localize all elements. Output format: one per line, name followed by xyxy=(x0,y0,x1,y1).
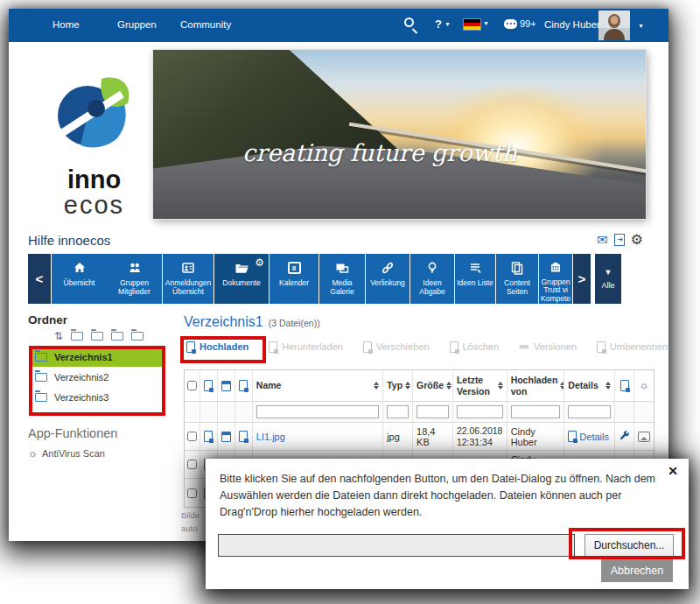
nav-community[interactable]: Community xyxy=(180,19,231,30)
help-menu[interactable]: ?▼ xyxy=(435,18,451,31)
file-name-link[interactable]: LI1.jpg xyxy=(256,432,285,442)
cancel-button[interactable]: Abbrechen xyxy=(601,558,673,582)
filter-input-uploader[interactable] xyxy=(511,405,561,418)
wrench-icon[interactable] xyxy=(619,430,630,443)
sort-icon[interactable] xyxy=(405,382,410,390)
avatar[interactable] xyxy=(598,11,630,40)
column-header-typ[interactable]: Typ xyxy=(383,370,413,401)
upload-dialog: ✕ Bitte klicken Sie auf den nachfolgende… xyxy=(206,459,689,589)
ribbon-next-button[interactable]: > xyxy=(573,254,591,304)
image-preview-icon[interactable] xyxy=(638,432,650,442)
permissions-column-icon xyxy=(620,380,629,391)
details-file-icon xyxy=(568,431,577,442)
filter-input-typ[interactable] xyxy=(387,405,409,418)
calendar-column-icon xyxy=(221,381,231,391)
browse-button[interactable]: Durchsuchen... xyxy=(584,534,674,557)
ribbon-back-button[interactable]: < xyxy=(28,254,51,304)
row-checkbox[interactable] xyxy=(187,460,197,469)
file-icon[interactable] xyxy=(204,431,213,442)
folder-item-verzeichnis3[interactable]: Verzeichnis3 xyxy=(32,387,164,407)
messages-indicator[interactable]: 99+ xyxy=(504,18,536,29)
upload-button[interactable]: Hochladen xyxy=(186,341,248,353)
tab-content-seiten[interactable]: Content Seiten xyxy=(496,254,538,304)
sort-icon[interactable] xyxy=(374,382,379,390)
gear-icon[interactable]: ⚙ xyxy=(631,231,643,248)
column-header-groesse[interactable]: Größe xyxy=(413,370,453,401)
nav-gruppen[interactable]: Gruppen xyxy=(117,19,157,30)
close-icon[interactable]: ✕ xyxy=(668,464,678,478)
move-file-icon xyxy=(363,341,372,353)
rename-button[interactable]: Umbenennen xyxy=(597,341,668,353)
filter-input-name[interactable] xyxy=(256,405,379,418)
antivirus-scan-link[interactable]: ☼ AntiVirus Scan xyxy=(28,447,105,460)
tab-media-galerie[interactable]: Media Galerie xyxy=(319,254,365,304)
filter-input-details[interactable] xyxy=(568,405,611,418)
tab-ideen-abgabe[interactable]: Ideen Abgabe xyxy=(410,254,454,304)
nav-home[interactable]: Home xyxy=(52,19,80,30)
mail-icon[interactable]: ✉ xyxy=(597,232,608,248)
dropdown-triangle-icon: ▼ xyxy=(605,268,612,277)
select-all-checkbox[interactable] xyxy=(187,381,197,390)
chevron-down-icon: ▼ xyxy=(444,21,451,27)
details-link[interactable]: Details xyxy=(579,432,609,442)
column-header-name[interactable]: Name xyxy=(253,370,383,401)
folder-item-verzeichnis2[interactable]: Verzeichnis2 xyxy=(32,367,164,387)
versions-list-icon: ≔ xyxy=(519,341,529,353)
ribbon-tab-group: Übersicht Gruppen Mitglieder xyxy=(52,254,162,304)
current-folder-name: Verzeichnis1 xyxy=(184,314,263,329)
row-checkbox[interactable] xyxy=(187,488,197,498)
german-flag-icon xyxy=(464,19,480,30)
tab-verlinkung[interactable]: Verlinkung xyxy=(366,254,410,304)
download-button[interactable]: Herunterladen xyxy=(269,341,343,353)
folders-heading: Ordner xyxy=(28,313,67,327)
filter-input-groesse[interactable] xyxy=(416,405,449,418)
message-count-badge: 99+ xyxy=(520,18,536,29)
tab-gruppen-mitglieder[interactable]: Gruppen Mitglieder xyxy=(107,254,162,304)
top-navbar: Home Gruppen Community ?▼ ▼ 99+ Cindy Hu… xyxy=(9,9,668,42)
avatar-image xyxy=(598,11,630,40)
sort-icon[interactable] xyxy=(498,382,503,390)
column-header-details[interactable]: Details xyxy=(564,370,615,401)
row-checkbox[interactable] xyxy=(187,432,197,441)
tab-kalender[interactable]: 8 Kalender xyxy=(270,254,318,304)
tab-ideen-liste[interactable]: Ideen Liste xyxy=(455,254,495,304)
file-status-icon xyxy=(204,380,213,391)
move-button[interactable]: Verschieben xyxy=(363,341,430,353)
sort-icon[interactable] xyxy=(606,382,611,390)
table-filter-row xyxy=(185,402,654,423)
sort-icon[interactable] xyxy=(446,382,452,390)
sort-folders-icon[interactable]: ⇅ xyxy=(54,330,63,342)
tab-settings-gear-icon[interactable]: ⚙ xyxy=(255,256,264,269)
column-header-letzte-version[interactable]: Letzte Version xyxy=(453,370,508,401)
versions-button[interactable]: ≔Versionen xyxy=(519,341,577,353)
hero-banner: creating future growth xyxy=(153,50,646,219)
file-path-field[interactable] xyxy=(218,534,575,557)
tab-gruppen-trust[interactable]: Gruppen Trust vi Kompete xyxy=(539,254,572,304)
user-menu-chevron-icon[interactable]: ▼ xyxy=(638,23,644,29)
search-icon[interactable] xyxy=(404,18,414,27)
brand-word-ecos: ecos xyxy=(39,193,149,218)
new-folder-icon[interactable] xyxy=(71,332,83,341)
column-header-hochladen-von[interactable]: Hochladen von xyxy=(508,370,565,401)
tab-anmeldungen-uebersicht[interactable]: Anmeldungen Übersicht xyxy=(163,254,214,304)
file-lock-icon xyxy=(239,380,248,391)
folder-item-verzeichnis1[interactable]: Verzeichnis1 xyxy=(32,347,164,367)
filter-input-version[interactable] xyxy=(457,405,503,418)
tab-dokumente[interactable]: ⚙ Dokumente xyxy=(214,254,269,304)
export-icon[interactable] xyxy=(614,234,625,246)
add-folder-icon[interactable] xyxy=(131,332,144,341)
tab-uebersicht[interactable]: Übersicht xyxy=(52,254,107,304)
file-type: jpg xyxy=(383,423,413,450)
brand-word-inno: inno xyxy=(39,166,149,193)
language-menu[interactable]: ▼ xyxy=(464,19,489,30)
folder-label: Verzeichnis3 xyxy=(54,392,108,403)
copy-folder-icon[interactable] xyxy=(91,332,103,341)
people-icon xyxy=(128,259,142,277)
calendar-icon[interactable] xyxy=(221,432,231,442)
file-lock-icon[interactable] xyxy=(239,431,248,442)
folder-icon xyxy=(35,393,47,402)
user-name[interactable]: Cindy Huber xyxy=(544,19,600,30)
edit-folder-icon[interactable] xyxy=(111,332,123,341)
ribbon-all-dropdown[interactable]: ▼ Alle xyxy=(595,254,621,304)
delete-button[interactable]: Löschen xyxy=(450,341,500,353)
